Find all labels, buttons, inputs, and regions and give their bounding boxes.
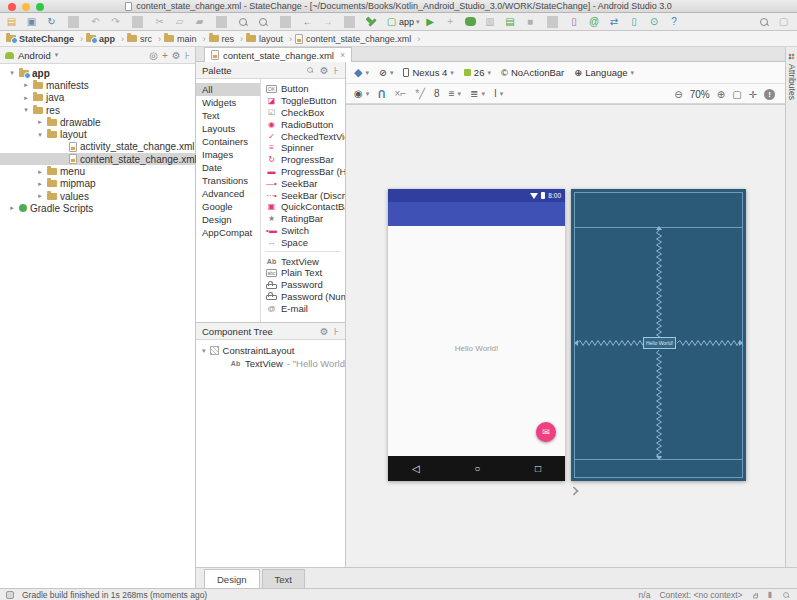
palette-component[interactable]: Password	[261, 279, 345, 291]
cut-icon[interactable]: ✂	[154, 14, 169, 30]
toolbar-divider[interactable]	[66, 14, 85, 30]
tree-item[interactable]: content_state_change.xml	[0, 153, 195, 165]
paste-icon[interactable]: ▰	[194, 14, 209, 30]
project-view-selector[interactable]: Android	[18, 50, 51, 61]
write-lock-icon[interactable]	[753, 594, 758, 598]
toolbar-divider[interactable]	[214, 14, 233, 30]
hello-world-textview[interactable]: Hello World!	[388, 344, 565, 353]
infer-constraints-icon[interactable]: *╱	[415, 88, 425, 99]
run-config-selector[interactable]: ▢ app ▾	[386, 14, 420, 30]
palette-component[interactable]: ◉ RadioButton	[261, 118, 345, 130]
toolbar-divider[interactable]	[342, 14, 361, 30]
toolbar-divider[interactable]	[278, 14, 297, 30]
palette-component[interactable]: ◪ ToggleButton	[261, 95, 345, 107]
palette-category[interactable]: AppCompat	[196, 226, 260, 239]
tree-item[interactable]: ▸ values	[0, 190, 195, 202]
tree-item[interactable]: ▸ java	[0, 92, 195, 104]
palette-category[interactable]: Date	[196, 161, 260, 174]
component-tree-item[interactable]: ▾ ConstraintLayout	[196, 344, 345, 357]
help-icon[interactable]: ?	[669, 14, 684, 30]
search-icon[interactable]	[306, 67, 313, 74]
make-project-icon[interactable]	[366, 14, 381, 30]
palette-component[interactable]: Password (Num	[261, 291, 345, 303]
fullscreen-window-button[interactable]	[36, 3, 44, 11]
breadcrumb-item[interactable]: main ›	[164, 34, 209, 44]
breadcrumb-item[interactable]: src ›	[127, 34, 164, 44]
palette-component[interactable]: ★ RatingBar	[261, 213, 345, 225]
expand-arrow-icon[interactable]: ▸	[36, 180, 44, 188]
palette-category[interactable]: Transitions	[196, 174, 260, 187]
gear-icon[interactable]: ⚙	[320, 65, 329, 76]
palette-category[interactable]: Images	[196, 148, 260, 161]
blueprint-textview[interactable]: Hello World!	[643, 337, 676, 349]
expand-arrow-icon[interactable]: ▾	[8, 69, 16, 77]
stop-icon[interactable]: ■	[525, 14, 540, 30]
toolwindow-switcher-icon[interactable]	[6, 591, 14, 599]
breadcrumb-item[interactable]: layout ›	[246, 34, 295, 44]
palette-component[interactable]: ≡ Spinner	[261, 142, 345, 154]
expand-arrow-icon[interactable]: ▸	[36, 192, 44, 200]
zoom-in-icon[interactable]: ⊕	[717, 89, 725, 100]
editor-tab[interactable]: content_state_change.xml ×	[204, 47, 352, 62]
palette-component[interactable]: ↻ ProgressBar	[261, 154, 345, 166]
expand-arrow-icon[interactable]: ▸	[8, 204, 16, 212]
avd-manager-icon[interactable]: ▯	[629, 14, 644, 30]
palette-category[interactable]: All	[196, 83, 260, 96]
palette-component[interactable]: •▬ Switch	[261, 225, 345, 237]
restore-default-layout-icon[interactable]: ▢	[778, 14, 789, 30]
android-monitor-icon[interactable]: ▯	[569, 14, 584, 30]
close-window-button[interactable]	[8, 3, 16, 11]
palette-component[interactable]: @ E-mail	[261, 302, 345, 314]
resize-handle[interactable]	[569, 486, 578, 495]
tree-item[interactable]: ▸ menu	[0, 165, 195, 177]
close-icon[interactable]: ×	[340, 50, 345, 60]
api-selector[interactable]: 26▾	[464, 67, 491, 78]
editor-mode-tab[interactable]: Design	[204, 569, 260, 588]
palette-category[interactable]: Widgets	[196, 96, 260, 109]
tree-item[interactable]: ▸ manifests	[0, 79, 195, 91]
fab-button[interactable]: ✉	[536, 422, 556, 442]
redo-icon[interactable]: ↷	[110, 14, 125, 30]
open-icon[interactable]: ▤	[6, 14, 21, 30]
view-options-selector[interactable]: ◉▾	[354, 88, 369, 99]
run-icon[interactable]: ▶	[425, 14, 440, 30]
palette-component[interactable]: ▣ QuickContactBa	[261, 201, 345, 213]
sdk-manager-icon[interactable]: ⊙	[649, 14, 664, 30]
find-replace-icon[interactable]	[258, 14, 273, 30]
palette-category[interactable]: Advanced	[196, 187, 260, 200]
theme-selector[interactable]: © NoActionBar	[501, 67, 564, 78]
palette-category[interactable]: Containers	[196, 135, 260, 148]
event-log-icon[interactable]	[783, 591, 790, 598]
expand-arrow-icon[interactable]: ▸	[36, 118, 44, 126]
attach-debugger-icon[interactable]: @	[589, 14, 604, 30]
back-icon[interactable]: ←	[302, 14, 317, 30]
expand-arrow-icon[interactable]: ▾	[22, 106, 30, 114]
attributes-tab[interactable]: Attributes	[787, 64, 797, 100]
palette-category[interactable]: Layouts	[196, 122, 260, 135]
align-selector[interactable]: ≣▾	[470, 88, 485, 99]
toolbar-divider[interactable]	[545, 14, 564, 30]
heap-indicator-icon[interactable]: ▮	[768, 590, 772, 599]
palette-component[interactable]: ↔ Space	[261, 236, 345, 248]
filter-icon[interactable]: ◎	[149, 50, 158, 61]
design-canvas[interactable]: 8:00 Hello World! ✉ ◁ ○ □	[346, 104, 785, 568]
device-selector[interactable]: Nexus 4▾	[403, 67, 453, 78]
design-surface-selector[interactable]: ◆▾	[354, 66, 369, 79]
debug-icon[interactable]	[465, 14, 480, 30]
pack-selector[interactable]: ≡▾	[449, 88, 461, 99]
gear-icon[interactable]: ⚙	[320, 326, 329, 337]
palette-component[interactable]: ✓ CheckedTextVie	[261, 130, 345, 142]
breadcrumb-item[interactable]: app ›	[86, 34, 127, 44]
minimize-window-button[interactable]	[22, 3, 30, 11]
hide-panel-icon[interactable]: ⊦	[334, 326, 339, 337]
find-icon[interactable]	[238, 14, 253, 30]
sync-gradle-icon[interactable]: ⇄	[609, 14, 624, 30]
breadcrumb-item[interactable]: res ›	[209, 34, 247, 44]
phone-design-preview[interactable]: 8:00 Hello World! ✉ ◁ ○ □	[388, 189, 565, 481]
expand-arrow-icon[interactable]: ▸	[22, 81, 30, 89]
tree-item[interactable]: ▸ mipmap	[0, 178, 195, 190]
palette-component[interactable]: ⋯• SeekBar (Discret	[261, 189, 345, 201]
tree-item[interactable]: ▾ app	[0, 67, 195, 79]
palette-component[interactable]: Ab TextView	[261, 255, 345, 267]
tree-item[interactable]: ▸ Gradle Scripts	[0, 202, 195, 214]
